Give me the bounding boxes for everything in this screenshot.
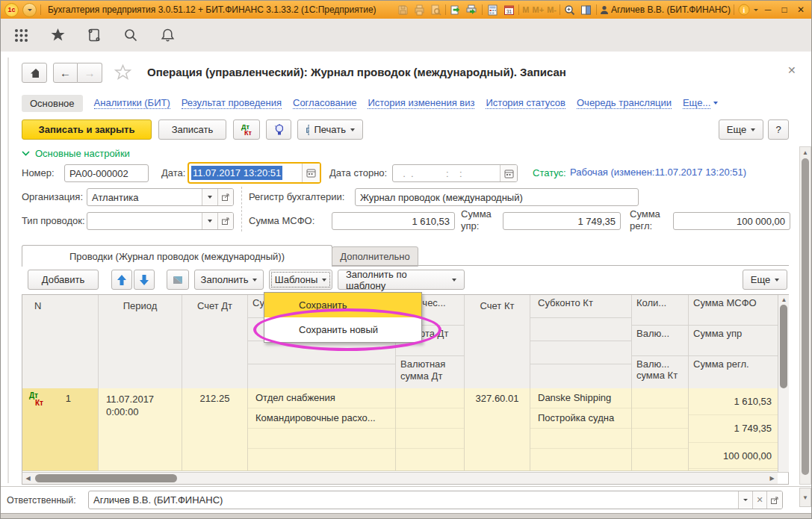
row-account-dt-cell[interactable]: 212.25	[182, 388, 248, 470]
tab-more[interactable]: Еще...	[683, 97, 718, 109]
scroll-up-icon[interactable]: ▲	[800, 149, 811, 156]
form-scroll-thumb[interactable]	[802, 158, 809, 475]
storno-date-field[interactable]: . . : :	[392, 164, 518, 182]
history-icon[interactable]	[86, 27, 102, 43]
home-button[interactable]	[22, 63, 47, 83]
import-icon[interactable]	[465, 4, 479, 16]
register-field[interactable]: Журнал проводок (международный)	[355, 188, 639, 206]
posting-type-dropdown-button[interactable]	[202, 213, 217, 229]
col-n[interactable]: N	[22, 295, 99, 388]
memory-m-button[interactable]: M	[522, 5, 529, 14]
memory-mminus-button[interactable]: M-	[547, 5, 557, 14]
tab-ochered-translyacii[interactable]: Очередь трансляции	[577, 97, 672, 109]
organization-field[interactable]: Атлантика	[87, 188, 234, 206]
row-qty-kt-cell[interactable]	[632, 388, 689, 470]
favorite-star-icon[interactable]	[114, 64, 131, 83]
col-account-kt[interactable]: Счет Кт	[465, 295, 530, 388]
calendar-icon[interactable]: 31	[502, 4, 515, 16]
tab-rezultat-provedeniya[interactable]: Результат проведения	[182, 97, 282, 109]
tab-dopolnitelno[interactable]: Дополнительно	[332, 246, 418, 267]
hscroll-thumb[interactable]	[35, 474, 177, 482]
grid-tool-button[interactable]	[167, 270, 189, 290]
storno-calendar-button[interactable]	[500, 165, 517, 181]
organization-dropdown-button[interactable]	[202, 189, 217, 205]
preview-icon[interactable]	[429, 4, 442, 16]
current-user[interactable]: Агличев В.В. (БИТ.ФИНАНС)	[600, 4, 731, 15]
date-calendar-button[interactable]	[302, 164, 320, 182]
more-button[interactable]: Еще	[719, 119, 763, 140]
responsible-field[interactable]: Агличев В.В. (БИТ.ФИНАНС) ✕	[88, 491, 783, 509]
table-horizontal-scrollbar[interactable]: ◀ ▶	[22, 472, 778, 484]
hint-lamp-button[interactable]	[266, 119, 291, 140]
main-menu-button[interactable]	[22, 3, 37, 17]
responsible-clear-button[interactable]: ✕	[752, 491, 766, 509]
close-form-icon[interactable]: ✕	[787, 64, 796, 76]
sum-regl-field[interactable]: 100 000,00	[673, 212, 790, 230]
form-scroll-down-button[interactable]: ▼	[799, 488, 811, 507]
form-vertical-scrollbar[interactable]: ▲	[799, 146, 811, 485]
save-button[interactable]: Записать	[158, 119, 226, 140]
split-view-icon[interactable]	[580, 4, 593, 16]
responsible-open-button[interactable]	[766, 491, 782, 509]
search-icon[interactable]	[123, 27, 139, 43]
tab-soglasovanie[interactable]: Согласование	[293, 97, 356, 109]
col-period[interactable]: Период	[99, 295, 182, 388]
info-dropdown-icon[interactable]	[754, 9, 758, 11]
tab-istoriya-izmeneniya-viz[interactable]: История изменения виз	[368, 97, 474, 109]
organization-open-button[interactable]	[217, 189, 233, 205]
number-field[interactable]: РА00-000002	[64, 164, 149, 182]
memory-mplus-button[interactable]: M+	[533, 5, 545, 14]
row-subconto-kt-cell[interactable]: Danske Shipping Постройка судна	[530, 388, 632, 470]
col-sums[interactable]: Сумма МСФО Сумма упр Сумма регл.	[689, 295, 778, 388]
scroll-up-icon[interactable]: ▲	[778, 295, 790, 304]
status-link[interactable]: Рабочая (изменен:11.07.2017 13:20:51)	[570, 167, 746, 178]
grid-more-button[interactable]: Еще	[743, 270, 787, 290]
export-icon[interactable]	[449, 4, 462, 16]
scroll-left-icon[interactable]: ◀	[22, 473, 34, 484]
col-qty-kt[interactable]: Коли... Валю... Валю... сумма Кт	[632, 295, 689, 388]
date-field[interactable]: 11.07.2017 13:20:51	[187, 162, 321, 184]
table-row[interactable]: Дт Кт 1 11.07.20170:00:00 212.25 Отдел с…	[22, 388, 778, 471]
print-button[interactable]: Печать	[297, 119, 363, 140]
add-row-button[interactable]: Добавить	[28, 270, 99, 290]
forward-button[interactable]: →	[78, 63, 102, 83]
row-subconto-dt-cell[interactable]: Отдел снабжения Командировочные расхо...	[248, 388, 396, 470]
row-n-cell[interactable]: Дт Кт 1	[22, 388, 99, 470]
maximize-button[interactable]: □	[778, 4, 791, 15]
sum-msfo-field[interactable]: 1 610,53	[332, 212, 455, 230]
calculator-icon[interactable]	[486, 4, 499, 16]
all-functions-grid-icon[interactable]	[13, 27, 29, 43]
notifications-bell-icon[interactable]	[159, 27, 176, 43]
row-account-kt-cell[interactable]: 327.60.01	[465, 388, 530, 470]
posting-type-field[interactable]	[87, 212, 234, 230]
print-icon[interactable]	[412, 4, 426, 16]
move-down-button[interactable]	[134, 270, 155, 290]
save-icon[interactable]	[396, 4, 409, 16]
info-icon[interactable]: i	[737, 4, 751, 16]
fill-button[interactable]: Заполнить	[194, 270, 264, 290]
main-settings-toggle[interactable]: Основные настройки	[22, 148, 130, 159]
tab-provodki[interactable]: Проводки (Журнал проводок (международный…	[22, 245, 332, 267]
col-subconto-kt[interactable]: Субконто Кт	[530, 295, 632, 388]
sum-upr-field[interactable]: 1 749,35	[503, 212, 621, 230]
move-up-button[interactable]	[111, 270, 132, 290]
tab-analitiki-bit[interactable]: Аналитики (БИТ)	[94, 97, 170, 109]
scroll-right-icon[interactable]: ▶	[766, 473, 778, 484]
vscroll-thumb[interactable]	[780, 305, 787, 388]
minimize-button[interactable]: ─	[761, 4, 775, 15]
back-button[interactable]: ←	[53, 63, 78, 83]
tab-osnovnoe[interactable]: Основное	[22, 95, 83, 112]
responsible-dropdown-button[interactable]	[738, 491, 752, 509]
row-sums-cell[interactable]: 1 610,53 1 749,35 100 000,00	[689, 388, 778, 470]
posting-type-open-button[interactable]	[217, 213, 233, 229]
favorites-icon[interactable]	[49, 27, 66, 43]
dt-kt-button[interactable]: Дт Кт	[233, 119, 260, 140]
close-window-button[interactable]: ✕	[794, 4, 808, 15]
tab-istoriya-statusov[interactable]: История статусов	[486, 97, 565, 109]
col-account-dt[interactable]: Счет Дт	[182, 295, 248, 388]
row-qty-dt-cell[interactable]	[396, 388, 465, 470]
help-button[interactable]: ?	[768, 119, 789, 140]
templates-button[interactable]: Шаблоны	[269, 270, 332, 290]
fill-by-template-button[interactable]: Заполнить по шаблону	[338, 270, 465, 290]
zoom-icon[interactable]	[563, 4, 577, 16]
